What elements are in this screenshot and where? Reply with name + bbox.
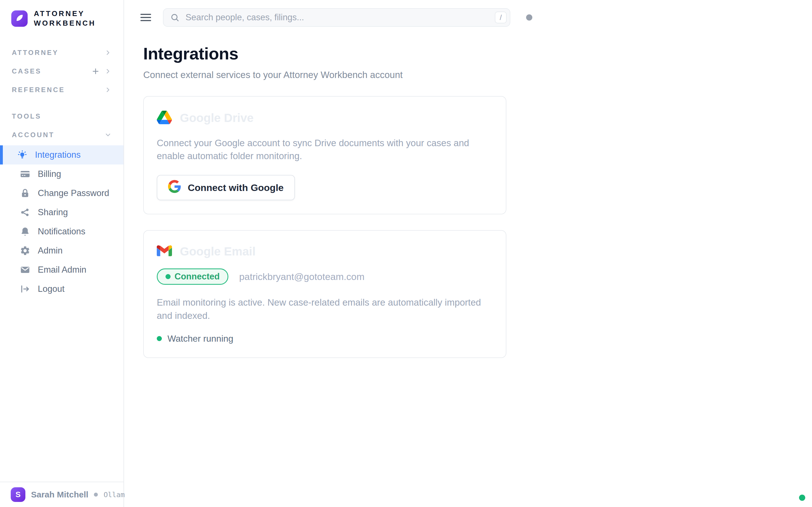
main-area: / Integrations Connect external services…	[124, 0, 812, 507]
sidebar-section-attorney[interactable]: ATTORNEY	[0, 43, 123, 62]
share-icon	[20, 207, 31, 218]
user-name: Sarah Mitchell	[31, 490, 88, 499]
search-bar: /	[163, 8, 510, 27]
sidebar-section-cases[interactable]: CASES	[0, 62, 123, 80]
chevron-right-icon	[104, 68, 112, 75]
sidebar-account-items: Integrations Billing Change Password Sha…	[0, 145, 123, 298]
sidebar-sections: ATTORNEY CASES REFERENCE TOOLS ACCOUNT	[0, 43, 123, 144]
gmail-icon	[157, 245, 172, 258]
sidebar-section-account[interactable]: ACCOUNT	[0, 126, 123, 144]
chevron-right-icon	[104, 49, 112, 56]
app-logo: ATTORNEY WORKBENCH	[0, 0, 123, 36]
plus-icon[interactable]	[91, 67, 100, 75]
green-dot-icon	[165, 274, 170, 279]
logout-icon	[20, 284, 31, 294]
sidebar-item-email-admin[interactable]: Email Admin	[0, 260, 123, 279]
hamburger-menu-icon[interactable]	[140, 12, 151, 23]
google-email-card: Google Email Connected patrickbryant@got…	[143, 230, 506, 358]
lock-icon	[20, 188, 31, 199]
sidebar-item-notifications[interactable]: Notifications	[0, 222, 123, 241]
button-label: Connect with Google	[188, 182, 284, 193]
gear-icon	[20, 245, 31, 256]
watcher-status: Watcher running	[157, 334, 493, 344]
google-drive-card: Google Drive Connect your Google account…	[143, 96, 506, 214]
keyboard-shortcut-badge: /	[495, 11, 507, 23]
chevron-right-icon	[104, 86, 112, 94]
sidebar-section-reference[interactable]: REFERENCE	[0, 80, 123, 99]
bell-icon	[20, 226, 31, 237]
card-description: Email monitoring is active. New case-rel…	[157, 296, 484, 322]
card-title: Google Drive	[180, 111, 253, 125]
card-description: Connect your Google account to sync Driv…	[157, 136, 484, 163]
page-content: Integrations Connect external services t…	[124, 44, 812, 358]
page-subtitle: Connect external services to your Attorn…	[143, 69, 812, 80]
topbar: /	[124, 0, 812, 29]
feather-icon	[15, 13, 24, 24]
chevron-down-icon	[104, 131, 112, 138]
avatar[interactable]: S	[11, 487, 26, 502]
connect-with-google-button[interactable]: Connect with Google	[157, 175, 295, 200]
page-title: Integrations	[143, 44, 812, 63]
sidebar-item-sharing[interactable]: Sharing	[0, 203, 123, 222]
search-icon	[170, 13, 179, 23]
status-dot-icon	[94, 493, 98, 497]
sidebar-item-logout[interactable]: Logout	[0, 279, 123, 298]
system-status-dot	[799, 495, 805, 501]
card-title: Google Email	[180, 245, 255, 258]
sidebar-item-change-password[interactable]: Change Password	[0, 184, 123, 203]
sidebar-item-billing[interactable]: Billing	[0, 165, 123, 184]
green-dot-icon	[157, 336, 162, 341]
lightbulb-icon	[17, 150, 28, 160]
sidebar-item-admin[interactable]: Admin	[0, 241, 123, 260]
sidebar-user-footer: S Sarah Mitchell Ollama v3.4	[0, 482, 123, 507]
connected-badge: Connected	[157, 269, 229, 285]
google-drive-icon	[157, 111, 172, 125]
credit-card-icon	[20, 169, 31, 179]
connected-email: patrickbryant@gototeam.com	[239, 271, 364, 282]
sidebar-item-integrations[interactable]: Integrations	[0, 145, 123, 165]
app-logo-icon	[11, 10, 28, 27]
envelope-icon	[20, 265, 31, 275]
connection-status-dot	[526, 14, 532, 20]
app-title: ATTORNEY WORKBENCH	[34, 9, 96, 28]
sidebar-section-tools[interactable]: TOOLS	[0, 107, 123, 126]
sidebar: ATTORNEY WORKBENCH ATTORNEY CASES REFERE…	[0, 0, 124, 507]
google-g-icon	[168, 180, 181, 195]
search-input[interactable]	[163, 8, 510, 27]
